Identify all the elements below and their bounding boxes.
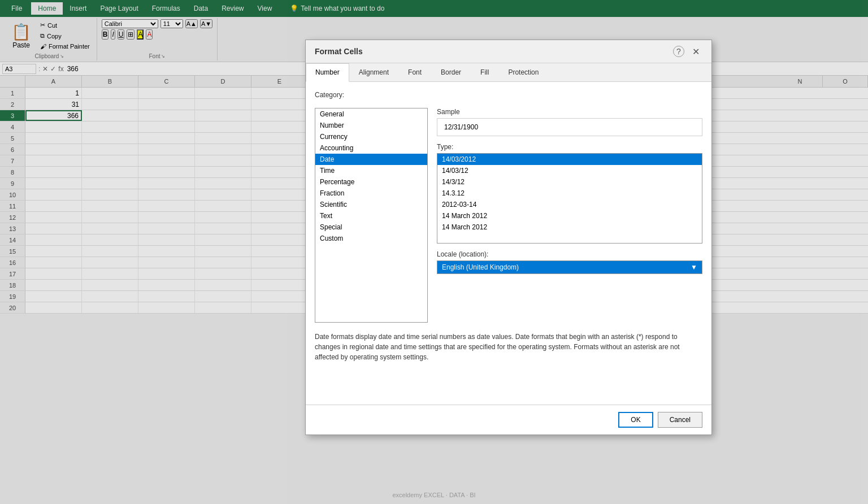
category-custom[interactable]: Custom [315,233,427,244]
category-date[interactable]: Date [315,154,427,165]
modal-title: Format Cells [315,47,363,56]
sample-value: 12/31/1900 [444,123,478,131]
modal-header: Format Cells ? ✕ [306,40,711,63]
type-list[interactable]: 14/03/2012 14/03/12 14/3/12 14.3.12 2012… [437,153,702,244]
modal-overlay: Format Cells ? ✕ Number Alignment Font B… [0,0,868,314]
sample-section: Sample 12/31/1900 [437,108,702,136]
locale-dropdown-icon: ▼ [691,263,697,271]
modal-controls: ? ✕ [673,45,702,58]
close-button[interactable]: ✕ [689,45,702,58]
category-list[interactable]: General Number Currency Accounting Date … [315,108,428,314]
tab-font[interactable]: Font [398,63,431,81]
category-scientific[interactable]: Scientific [315,199,427,210]
category-general[interactable]: General [315,108,427,120]
type-item-3[interactable]: 14.3.12 [437,188,702,199]
type-item-1[interactable]: 14/03/12 [437,165,702,176]
help-button[interactable]: ? [673,46,684,57]
type-section: Type: 14/03/2012 14/03/12 14/3/12 14.3.1… [437,143,702,244]
tab-alignment[interactable]: Alignment [349,63,398,81]
type-label: Type: [437,143,702,151]
category-section: General Number Currency Accounting Date … [315,108,702,314]
tab-number[interactable]: Number [306,63,349,82]
locale-label: Locale (location): [437,250,702,258]
type-item-5[interactable]: 14 March 2012 [437,210,702,221]
modal-tabs: Number Alignment Font Border Fill Protec… [306,63,711,82]
format-cells-dialog: Format Cells ? ✕ Number Alignment Font B… [305,40,712,314]
sample-box: 12/31/1900 [437,118,702,136]
category-time[interactable]: Time [315,165,427,176]
locale-select-wrapper: English (United Kingdom) ▼ [437,260,702,274]
category-currency[interactable]: Currency [315,131,427,142]
type-list-wrapper: 14/03/2012 14/03/12 14/3/12 14.3.12 2012… [437,153,702,244]
right-panel: Sample 12/31/1900 Type: 14/03/2012 14/03… [437,108,702,314]
locale-section: Locale (location): English (United Kingd… [437,250,702,274]
category-label: Category: [315,91,702,99]
category-number[interactable]: Number [315,120,427,131]
category-special[interactable]: Special [315,221,427,233]
modal-body: Category: General Number Currency Accoun… [306,82,711,314]
type-item-4[interactable]: 2012-03-14 [437,199,702,210]
tab-border[interactable]: Border [431,63,471,81]
tab-fill[interactable]: Fill [471,63,498,81]
type-item-0[interactable]: 14/03/2012 [437,154,702,165]
category-fraction[interactable]: Fraction [315,188,427,199]
locale-value: English (United Kingdom) [442,263,519,271]
category-text[interactable]: Text [315,210,427,221]
tab-protection[interactable]: Protection [498,63,548,81]
type-item-6[interactable]: 14 March 2012 [437,221,702,233]
locale-select[interactable]: English (United Kingdom) ▼ [437,260,702,274]
category-accounting[interactable]: Accounting [315,142,427,154]
type-item-2[interactable]: 14/3/12 [437,176,702,188]
category-percentage[interactable]: Percentage [315,176,427,188]
sample-label: Sample [437,108,702,116]
